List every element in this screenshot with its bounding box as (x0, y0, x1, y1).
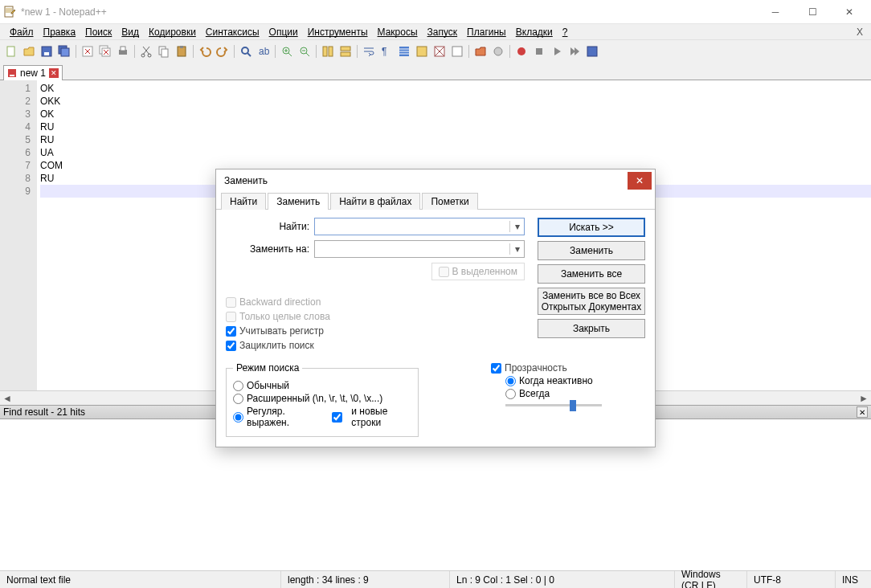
copy-icon[interactable] (156, 43, 172, 59)
svg-rect-5 (61, 48, 69, 56)
mode-regex-radio[interactable]: Регуляр. выражен. и новые строки (233, 406, 411, 428)
svg-rect-3 (44, 52, 49, 55)
svg-point-31 (517, 47, 525, 55)
func-list-icon[interactable] (449, 43, 465, 59)
transparency-checkbox[interactable]: Прозрачность (491, 362, 645, 374)
sync-h-icon[interactable] (337, 43, 354, 59)
wrap-around-checkbox[interactable]: Зациклить поиск (226, 340, 525, 351)
toolbar-sep (76, 45, 76, 58)
menu-tabs[interactable]: Вкладки (511, 25, 558, 39)
svg-rect-35 (10, 75, 14, 76)
menu-options[interactable]: Опции (264, 25, 303, 39)
zoom-out-icon[interactable] (296, 43, 313, 59)
play-multi-icon[interactable] (566, 43, 583, 59)
trans-inactive-radio[interactable]: Когда неактивно (505, 375, 645, 386)
cut-icon[interactable] (138, 43, 154, 59)
indent-guide-icon[interactable] (396, 43, 412, 59)
close-file-icon[interactable] (80, 43, 96, 59)
chevron-down-icon[interactable]: ▾ (509, 221, 524, 232)
redo-icon[interactable] (215, 43, 231, 59)
editor-line: RU (40, 120, 871, 133)
save-macro-icon[interactable] (584, 43, 600, 59)
scroll-left-icon[interactable]: ◄ (0, 391, 14, 405)
record-icon[interactable] (513, 43, 530, 59)
find-icon[interactable] (238, 43, 254, 59)
tab-find-in-files[interactable]: Найти в файлах (330, 193, 420, 210)
mode-normal-radio[interactable]: Обычный (233, 380, 411, 391)
menubar: Файл Правка Поиск Вид Кодировки Синтакси… (0, 24, 871, 40)
svg-rect-29 (452, 47, 462, 56)
close-dialog-button[interactable]: Закрыть (538, 319, 645, 338)
menu-plugins[interactable]: Плагины (462, 25, 511, 39)
search-mode-fieldset: Режим поиска Обычный Расширенный (\n, \r… (226, 362, 419, 437)
dotall-checkbox[interactable] (332, 412, 342, 423)
slider-thumb[interactable] (570, 400, 576, 411)
new-icon[interactable] (3, 43, 19, 59)
menu-view[interactable]: Вид (117, 25, 144, 39)
monitor-icon[interactable] (490, 43, 506, 59)
replace-icon[interactable]: ab (256, 43, 272, 59)
file-tab[interactable]: new 1 ✕ (3, 65, 63, 80)
menu-search[interactable]: Поиск (80, 25, 117, 39)
stop-icon[interactable] (531, 43, 547, 59)
find-next-button[interactable]: Искать >> (538, 218, 645, 237)
menu-help[interactable]: ? (558, 25, 573, 39)
editor-line: OK (40, 108, 871, 120)
dialog-titlebar[interactable]: Заменить ✕ (216, 169, 655, 192)
dialog-close-button[interactable]: ✕ (628, 172, 652, 190)
find-input[interactable]: ▾ (314, 218, 525, 235)
folder-icon[interactable] (472, 43, 489, 59)
svg-text:ab: ab (259, 46, 270, 57)
save-all-icon[interactable] (56, 43, 72, 59)
tab-replace[interactable]: Заменить (268, 193, 329, 210)
sync-v-icon[interactable] (320, 43, 336, 59)
close-all-icon[interactable] (97, 43, 113, 59)
svg-rect-23 (341, 47, 350, 51)
replace-button[interactable]: Заменить (538, 241, 645, 260)
play-icon[interactable] (549, 43, 565, 59)
print-icon[interactable] (115, 43, 131, 59)
menu-macros[interactable]: Макросы (373, 25, 423, 39)
menu-edit[interactable]: Правка (39, 25, 81, 39)
toolbar-sep (193, 45, 194, 58)
svg-rect-24 (341, 52, 350, 56)
maximize-button[interactable]: ☐ (794, 0, 831, 24)
menu-aux-close[interactable]: X (857, 27, 863, 38)
paste-icon[interactable] (174, 43, 190, 59)
undo-icon[interactable] (197, 43, 213, 59)
tab-marks[interactable]: Пометки (422, 193, 477, 210)
menu-syntax[interactable]: Синтаксисы (201, 25, 264, 39)
file-tab-label: new 1 (20, 67, 46, 79)
menu-file[interactable]: Файл (5, 25, 39, 39)
replace-all-button[interactable]: Заменить все (538, 264, 645, 284)
replace-label: Заменить на: (226, 243, 314, 255)
match-case-checkbox[interactable]: Учитывать регистр (226, 325, 525, 337)
toolbar-sep (509, 45, 510, 58)
open-icon[interactable] (21, 43, 37, 59)
app-icon (3, 6, 16, 18)
menu-encoding[interactable]: Кодировки (144, 25, 201, 39)
menu-run[interactable]: Запуск (423, 25, 463, 39)
statusbar: Normal text file length : 34 lines : 9 L… (0, 570, 871, 588)
file-tabbar: new 1 ✕ (0, 63, 871, 80)
scroll-right-icon[interactable]: ► (857, 391, 871, 405)
menu-tools[interactable]: Инструменты (303, 25, 373, 39)
replace-all-docs-button[interactable]: Заменить все во Всех Открытых Документах (538, 288, 645, 315)
transparency-slider[interactable] (505, 404, 602, 406)
save-icon[interactable] (39, 43, 55, 59)
tab-find[interactable]: Найти (221, 193, 266, 210)
minimize-button[interactable]: ─ (757, 0, 794, 24)
chevron-down-icon[interactable]: ▾ (509, 243, 524, 255)
show-chars-icon[interactable]: ¶ (378, 43, 395, 59)
trans-always-radio[interactable]: Всегда (505, 388, 645, 399)
svg-rect-10 (121, 47, 125, 51)
lang-icon[interactable] (414, 43, 430, 59)
replace-input[interactable]: ▾ (314, 240, 525, 258)
wordwrap-icon[interactable] (361, 43, 377, 59)
find-panel-close-button[interactable]: ✕ (857, 406, 868, 418)
tab-close-button[interactable]: ✕ (49, 68, 59, 78)
zoom-in-icon[interactable] (279, 43, 295, 59)
doc-map-icon[interactable] (431, 43, 448, 59)
close-button[interactable]: ✕ (831, 0, 868, 24)
mode-extended-radio[interactable]: Расширенный (\n, \r, \t, \0, \x...) (233, 393, 411, 404)
